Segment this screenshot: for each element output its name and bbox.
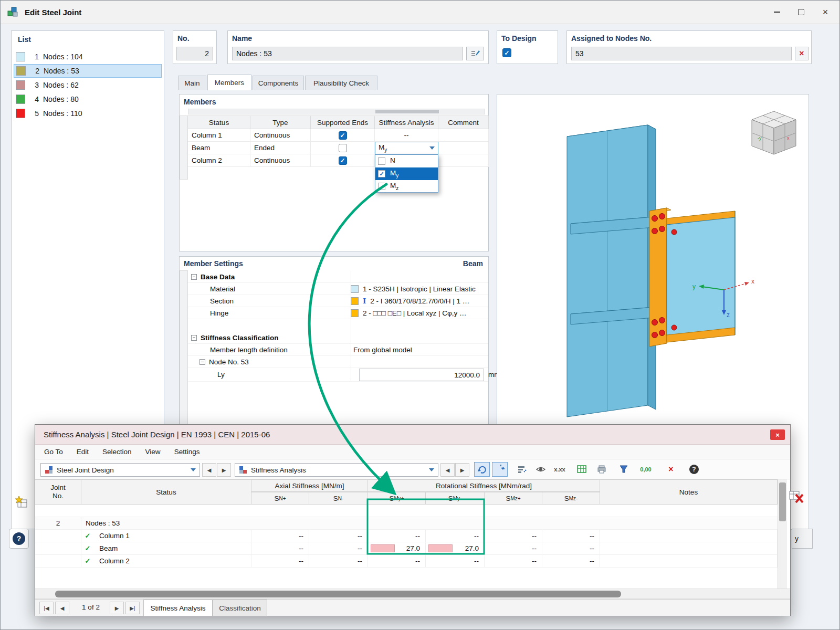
sort-results-button[interactable] [514, 462, 530, 477]
member-row-column2-comment[interactable] [438, 154, 489, 167]
module-next-button[interactable]: ▶ [217, 463, 231, 477]
help-button[interactable]: ? [9, 529, 29, 549]
result-view-combo[interactable]: Stiffness Analysis [235, 463, 438, 477]
results-vscrollbar-thumb[interactable] [779, 482, 786, 521]
results-help-button[interactable]: ? [686, 462, 702, 477]
maximize-button[interactable] [789, 1, 813, 24]
tab-classification[interactable]: Classification [213, 600, 267, 616]
member-row-column1-type[interactable]: Continuous [250, 129, 311, 142]
option-checkbox[interactable] [378, 183, 385, 190]
member-row-column2-type[interactable]: Continuous [250, 154, 311, 167]
result-row-column2[interactable]: ✓ Column 2 -- -- -- -- -- -- [35, 555, 778, 568]
col-status[interactable]: Status [188, 116, 250, 129]
sync-selection-button[interactable] [474, 462, 490, 477]
col-type[interactable]: Type [250, 116, 311, 129]
result-row-column1[interactable]: ✓ Column 1 -- -- -- -- -- -- [35, 530, 778, 542]
close-button[interactable]: × [813, 1, 837, 24]
module-combo[interactable]: Steel Joint Design [40, 463, 200, 477]
tab-components[interactable]: Components [253, 76, 304, 90]
minimize-button[interactable] [765, 1, 789, 24]
delete-table-button[interactable] [787, 488, 806, 507]
menu-edit[interactable]: Edit [70, 448, 96, 456]
list-item-nodes-53[interactable]: 2 Nodes : 53 [14, 64, 162, 78]
list-item-nodes-110[interactable]: 5 Nodes : 110 [14, 107, 162, 120]
joint-group-row[interactable]: 2 Nodes : 53 [35, 517, 778, 530]
option-checkbox[interactable]: ✓ [378, 170, 385, 177]
print-button[interactable] [594, 462, 610, 477]
next-page-button[interactable]: ▶ [110, 602, 124, 614]
zero-values-button[interactable]: 0,00 [634, 462, 658, 477]
assigned-field[interactable]: 53 [571, 47, 792, 60]
tree-row-ly[interactable]: Ly 12000.0 mm [188, 368, 488, 382]
view-next-button[interactable]: ▶ [455, 463, 469, 477]
member-row-column1-comment[interactable] [438, 129, 489, 142]
supported-checkbox[interactable] [339, 144, 347, 152]
edit-name-button[interactable] [466, 47, 484, 60]
results-vscrollbar[interactable] [778, 479, 787, 589]
tab-main[interactable]: Main [178, 76, 206, 90]
delete-results-button[interactable]: × [663, 462, 679, 477]
last-page-button[interactable]: ▶| [125, 602, 140, 614]
tree-row-material[interactable]: Material 1 - S235H | Isotropic | Linear … [188, 283, 488, 295]
tree-row-hinge[interactable]: Hinge 2 - □□□ □E□ | Local xyz | Cφ,y … [188, 307, 488, 319]
results-close-button[interactable]: × [770, 429, 785, 440]
help-icon: ? [13, 532, 25, 545]
menu-selection[interactable]: Selection [96, 448, 139, 456]
dropdown-option-n[interactable]: N [375, 155, 438, 167]
member-row-column1-stiffness[interactable]: -- [375, 129, 438, 142]
col-comment[interactable]: Comment [438, 116, 489, 129]
filter-button[interactable] [616, 462, 632, 477]
members-hscrollbar[interactable] [188, 109, 485, 114]
member-row-beam-type[interactable]: Ended [250, 142, 311, 154]
stiffness-analysis-combo[interactable]: My [375, 142, 438, 154]
member-row-column1-status[interactable]: Column 1 [188, 129, 250, 142]
collapse-icon[interactable] [191, 335, 197, 341]
list-item-nodes-104[interactable]: 1 Nodes : 104 [14, 50, 162, 64]
first-page-button[interactable]: |◀ [39, 602, 54, 614]
collapse-icon[interactable] [191, 274, 197, 280]
to-design-checkbox[interactable]: ✓ [502, 48, 511, 57]
col-stiffness-analysis[interactable]: Stiffness Analysis [375, 116, 438, 129]
results-hscrollbar[interactable] [35, 589, 790, 599]
menu-go-to[interactable]: Go To [37, 448, 70, 456]
prev-page-button[interactable]: ◀ [55, 602, 69, 614]
view-prev-button[interactable]: ◀ [440, 463, 455, 477]
name-field[interactable]: Nodes : 53 [232, 47, 463, 60]
clear-assigned-button[interactable]: × [795, 47, 808, 60]
member-row-column2-status[interactable]: Column 2 [188, 154, 250, 167]
app-icon [7, 6, 19, 18]
dropdown-option-mz[interactable]: Mz [375, 180, 438, 193]
tree-group-node-53[interactable]: Node No. 53 [188, 356, 488, 368]
dropdown-option-my[interactable]: ✓ My [375, 167, 438, 180]
member-row-beam-comment[interactable] [438, 142, 489, 154]
menu-settings[interactable]: Settings [167, 448, 207, 456]
collapse-icon[interactable] [200, 359, 205, 365]
supported-checkbox[interactable]: ✓ [339, 156, 347, 165]
status-check-icon: ✓ [81, 555, 94, 567]
tree-group-stiffness-classification[interactable]: Stiffness Classification [188, 332, 488, 344]
supported-checkbox[interactable]: ✓ [339, 131, 347, 140]
members-hscrollbar-thumb[interactable] [375, 110, 439, 113]
show-hide-button[interactable] [533, 462, 549, 477]
tree-row-section[interactable]: Section I 2 - I 360/170/8/12.7/0/0/H | 1… [188, 295, 488, 307]
result-row-beam[interactable]: ✓ Beam -- -- 27.0 27.0 -- -- [35, 542, 778, 555]
tab-stiffness-analysis[interactable]: Stiffness Analysis [143, 600, 213, 616]
decimal-places-button[interactable]: x.xx [552, 462, 568, 477]
list-item-nodes-62[interactable]: 3 Nodes : 62 [14, 78, 162, 92]
tab-plausibility-check[interactable]: Plausibility Check [305, 76, 377, 90]
module-prev-button[interactable]: ◀ [202, 463, 216, 477]
option-checkbox[interactable] [378, 158, 385, 165]
menu-view[interactable]: View [139, 448, 167, 456]
new-window-button[interactable] [13, 494, 30, 511]
tree-group-base-data[interactable]: Base Data [188, 271, 488, 283]
tab-members[interactable]: Members [207, 75, 251, 90]
ly-value-field[interactable]: 12000.0 [359, 369, 484, 381]
member-row-beam-status[interactable]: Beam [188, 142, 250, 154]
export-table-button[interactable] [574, 462, 590, 477]
col-supported-ends[interactable]: Supported Ends [311, 116, 375, 129]
sync-view-button[interactable] [492, 462, 508, 477]
list-item-nodes-80[interactable]: 4 Nodes : 80 [14, 92, 162, 106]
results-hscrollbar-thumb[interactable] [55, 591, 621, 597]
partial-apply-button[interactable]: y [792, 529, 813, 549]
tree-row-member-length[interactable]: Member length definition From global mod… [188, 344, 488, 356]
